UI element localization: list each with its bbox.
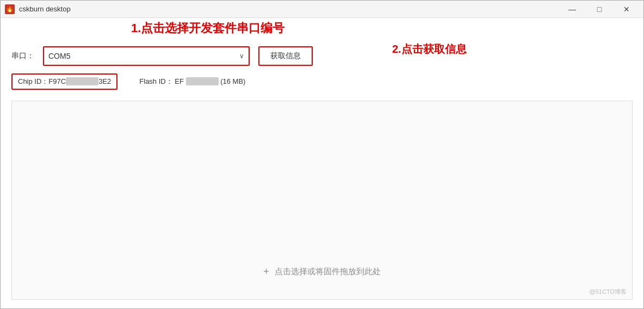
firmware-drop-panel[interactable]: + 点击选择或将固件拖放到此处 @51CTO博客 xyxy=(11,101,633,300)
device-info-row: Chip ID：F97C 3E2 Flash ID： EF (16 MB) xyxy=(11,73,633,90)
app-icon: 🔥 xyxy=(5,4,15,14)
chip-id-suffix: 3E2 xyxy=(98,77,111,85)
minimize-button[interactable]: — xyxy=(560,1,585,18)
annotation-step2: 2.点击获取信息 xyxy=(392,42,467,57)
annotation-step1: 1.点击选择开发套件串口编号 xyxy=(131,20,284,36)
main-window: 🔥 cskburn desktop — □ ✕ 1.点击选择开发套件串口编号 2… xyxy=(0,0,644,309)
drop-area-label: 点击选择或将固件拖放到此处 xyxy=(275,267,381,277)
chip-id-box: Chip ID：F97C 3E2 xyxy=(11,73,117,90)
plus-icon: + xyxy=(263,266,269,277)
maximize-button[interactable]: □ xyxy=(587,1,612,18)
drop-area-hint: + 点击选择或将固件拖放到此处 xyxy=(263,266,381,277)
flash-id-text: Flash ID： EF (16 MB) xyxy=(139,77,245,86)
chip-id-prefix: F97C xyxy=(48,77,66,85)
chip-id-blurred xyxy=(66,77,98,85)
flash-id-label: Flash ID： xyxy=(139,77,172,85)
content-area: 1.点击选择开发套件串口编号 2.点击获取信息 串口： COM5 COM3 CO… xyxy=(1,18,643,308)
title-bar: 🔥 cskburn desktop — □ ✕ xyxy=(1,1,643,18)
flash-id-blurred xyxy=(186,77,219,85)
watermark: @51CTO博客 xyxy=(590,288,627,296)
title-bar-left: 🔥 cskburn desktop xyxy=(5,4,71,14)
serial-port-label: 串口： xyxy=(11,51,34,61)
serial-port-select[interactable]: COM5 COM3 COM4 COM6 xyxy=(48,52,244,60)
controls-row: 串口： COM5 COM3 COM4 COM6 ∨ 获取信息 xyxy=(11,46,633,66)
chip-id-label: Chip ID： xyxy=(18,77,48,85)
close-button[interactable]: ✕ xyxy=(614,1,639,18)
flash-id-prefix: EF xyxy=(175,77,184,85)
flash-id-suffix: (16 MB) xyxy=(220,77,245,85)
serial-select-wrapper[interactable]: COM5 COM3 COM4 COM6 ∨ xyxy=(43,46,250,66)
window-title: cskburn desktop xyxy=(19,5,71,13)
get-info-button[interactable]: 获取信息 xyxy=(258,46,313,66)
title-bar-controls: — □ ✕ xyxy=(560,1,639,18)
